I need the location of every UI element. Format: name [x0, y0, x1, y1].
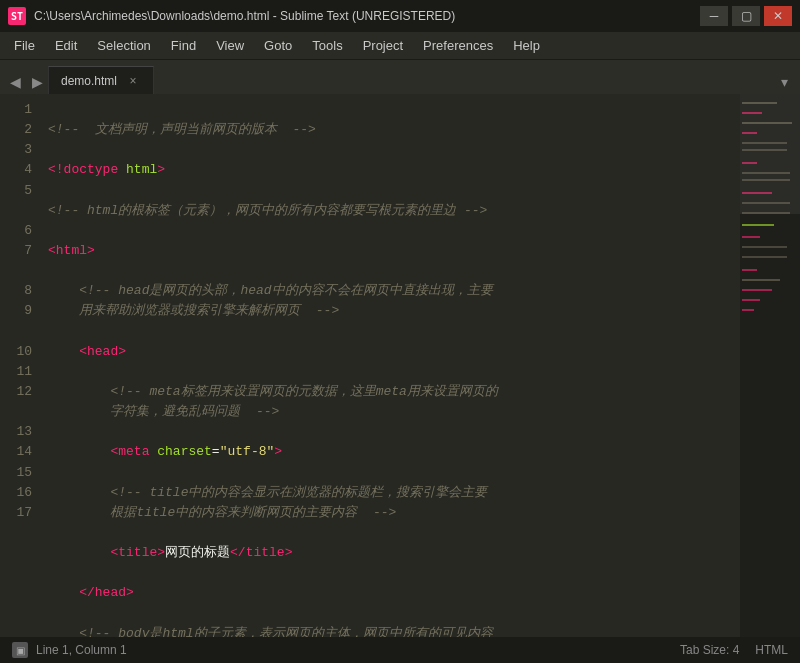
menu-view[interactable]: View: [206, 34, 254, 57]
title-bar: ST C:\Users\Archimedes\Downloads\demo.ht…: [0, 0, 800, 32]
svg-rect-20: [742, 279, 780, 281]
line-number: 16: [12, 483, 32, 503]
tab-filename: demo.html: [61, 74, 117, 88]
line-number: 12: [12, 382, 32, 402]
svg-rect-15: [742, 224, 774, 226]
window-controls: ─ ▢ ✕: [700, 6, 792, 26]
svg-rect-22: [742, 299, 760, 301]
active-tab[interactable]: demo.html ×: [48, 66, 154, 94]
line-numbers: 1 2 3 4 5 6 7 8 9 10 11 12 13 14 15 16 1…: [0, 94, 40, 637]
cursor-position: Line 1, Column 1: [36, 643, 127, 657]
line-number: 13: [12, 422, 32, 442]
minimap[interactable]: [740, 94, 800, 637]
code-line-10: <title>网页的标题</title>: [48, 543, 732, 563]
tab-bar: ◀ ▶ demo.html × ▾: [0, 60, 800, 94]
line-number: [12, 261, 32, 281]
line-number: 2: [12, 120, 32, 140]
line-number: 5: [12, 181, 32, 201]
menu-find[interactable]: Find: [161, 34, 206, 57]
line-number: 17: [12, 503, 32, 523]
minimize-button[interactable]: ─: [700, 6, 728, 26]
menu-project[interactable]: Project: [353, 34, 413, 57]
status-right: Tab Size: 4 HTML: [680, 643, 788, 657]
code-line-5: <!-- head是网页的头部，head中的内容不会在网页中直接出现，主要 用来…: [48, 281, 732, 321]
line-number: [12, 402, 32, 422]
code-line-4: <html>: [48, 241, 732, 261]
status-left: ▣ Line 1, Column 1: [12, 642, 127, 658]
menu-goto[interactable]: Goto: [254, 34, 302, 57]
line-number: 1: [12, 100, 32, 120]
line-number: 10: [12, 342, 32, 362]
line-number: 15: [12, 463, 32, 483]
tab-size[interactable]: Tab Size: 4: [680, 643, 739, 657]
title-bar-text: C:\Users\Archimedes\Downloads\demo.html …: [34, 9, 692, 23]
menu-bar: File Edit Selection Find View Goto Tools…: [0, 32, 800, 60]
encoding[interactable]: HTML: [755, 643, 788, 657]
menu-file[interactable]: File: [4, 34, 45, 57]
tab-nav-left[interactable]: ◀: [4, 70, 26, 94]
line-number: 4: [12, 160, 32, 180]
code-line-6: <head>: [48, 342, 732, 362]
tab-nav-right[interactable]: ▶: [26, 70, 48, 94]
tab-overflow-button[interactable]: ▾: [772, 70, 796, 94]
menu-tools[interactable]: Tools: [302, 34, 352, 57]
line-number: 9: [12, 301, 32, 321]
menu-preferences[interactable]: Preferences: [413, 34, 503, 57]
menu-edit[interactable]: Edit: [45, 34, 87, 57]
close-button[interactable]: ✕: [764, 6, 792, 26]
tab-close-button[interactable]: ×: [125, 73, 141, 89]
line-number: 8: [12, 281, 32, 301]
svg-rect-16: [742, 236, 760, 238]
svg-rect-23: [742, 309, 754, 311]
svg-rect-21: [742, 289, 772, 291]
svg-rect-17: [742, 246, 787, 248]
code-content[interactable]: <!-- 文档声明，声明当前网页的版本 --> <!doctype html> …: [40, 94, 740, 637]
line-number: 7: [12, 241, 32, 261]
code-line-8: <meta charset="utf-8">: [48, 442, 732, 462]
line-number: [12, 201, 32, 221]
svg-rect-19: [742, 269, 757, 271]
editor: 1 2 3 4 5 6 7 8 9 10 11 12 13 14 15 16 1…: [0, 94, 800, 637]
app-icon: ST: [8, 7, 26, 25]
code-line-9: <!-- title中的内容会显示在浏览器的标题栏，搜索引擎会主要 根据titl…: [48, 483, 732, 523]
code-line-2: <!doctype html>: [48, 160, 732, 180]
line-number: 11: [12, 362, 32, 382]
line-number: [12, 322, 32, 342]
code-line-11: </head>: [48, 583, 732, 603]
svg-rect-24: [740, 94, 800, 214]
status-bar: ▣ Line 1, Column 1 Tab Size: 4 HTML: [0, 637, 800, 663]
svg-text:ST: ST: [11, 11, 23, 22]
code-line-1: <!-- 文档声明，声明当前网页的版本 -->: [48, 120, 732, 140]
line-number: 6: [12, 221, 32, 241]
menu-help[interactable]: Help: [503, 34, 550, 57]
code-line-12: <!-- body是html的子元素，表示网页的主体，网页中所有的可见内容 都应…: [48, 624, 732, 637]
line-number: 3: [12, 140, 32, 160]
svg-rect-18: [742, 256, 787, 258]
status-icon: ▣: [12, 642, 28, 658]
maximize-button[interactable]: ▢: [732, 6, 760, 26]
minimap-canvas: [740, 94, 800, 637]
menu-selection[interactable]: Selection: [87, 34, 160, 57]
line-number: 14: [12, 442, 32, 462]
code-line-7: <!-- meta标签用来设置网页的元数据，这里meta用来设置网页的 字符集，…: [48, 382, 732, 422]
code-line-3: <!-- html的根标签（元素），网页中的所有内容都要写根元素的里边 -->: [48, 201, 732, 221]
